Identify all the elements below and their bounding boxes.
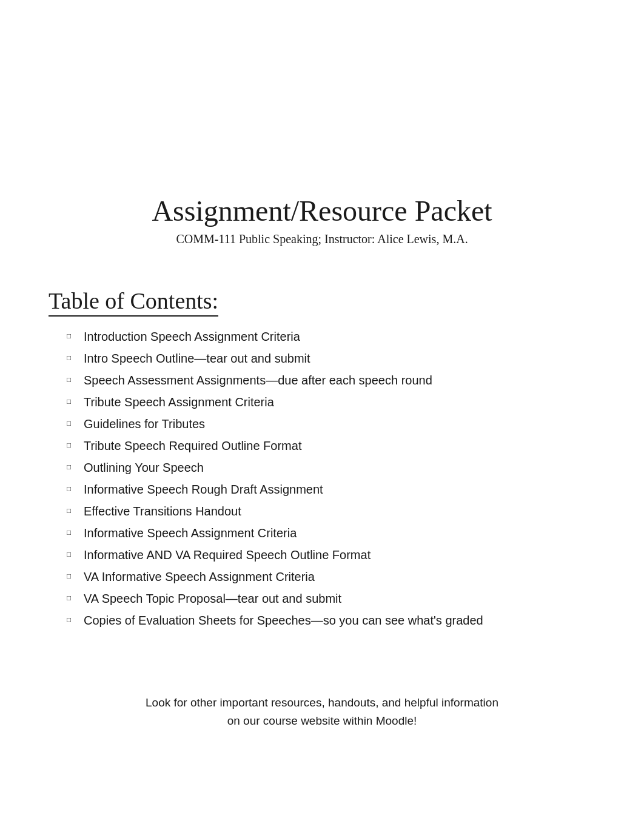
toc-item: □Copies of Evaluation Sheets for Speeche… bbox=[67, 611, 595, 629]
toc-item: □Informative Speech Assignment Criteria bbox=[67, 524, 595, 542]
toc-section: Table of Contents: □Introduction Speech … bbox=[49, 287, 595, 633]
toc-item: □Outlining Your Speech bbox=[67, 458, 595, 477]
page: Assignment/Resource Packet COMM-111 Publ… bbox=[0, 0, 644, 835]
toc-bullet-icon: □ bbox=[67, 371, 84, 385]
toc-bullet-icon: □ bbox=[67, 437, 84, 451]
toc-item-label: VA Informative Speech Assignment Criteri… bbox=[84, 568, 595, 586]
toc-item-label: Tribute Speech Assignment Criteria bbox=[84, 393, 595, 411]
toc-item-label: Informative AND VA Required Speech Outli… bbox=[84, 546, 595, 564]
main-title: Assignment/Resource Packet bbox=[49, 194, 595, 227]
toc-item-label: Introduction Speech Assignment Criteria bbox=[84, 327, 595, 346]
toc-item: □Intro Speech Outline—tear out and submi… bbox=[67, 349, 595, 367]
toc-item-label: Copies of Evaluation Sheets for Speeches… bbox=[84, 611, 595, 629]
toc-bullet-icon: □ bbox=[67, 502, 84, 516]
toc-bullet-icon: □ bbox=[67, 393, 84, 407]
toc-item-label: Tribute Speech Required Outline Format bbox=[84, 437, 595, 455]
toc-item-label: Intro Speech Outline—tear out and submit bbox=[84, 349, 595, 367]
toc-bullet-icon: □ bbox=[67, 546, 84, 560]
toc-list: □Introduction Speech Assignment Criteria… bbox=[67, 327, 595, 629]
toc-item-label: Guidelines for Tributes bbox=[84, 415, 595, 433]
title-section: Assignment/Resource Packet COMM-111 Publ… bbox=[49, 194, 595, 246]
toc-item: □Guidelines for Tributes bbox=[67, 415, 595, 433]
toc-item-label: Informative Speech Assignment Criteria bbox=[84, 524, 595, 542]
toc-item: □Informative AND VA Required Speech Outl… bbox=[67, 546, 595, 564]
toc-bullet-icon: □ bbox=[67, 524, 84, 538]
toc-bullet-icon: □ bbox=[67, 458, 84, 472]
toc-item: □Tribute Speech Assignment Criteria bbox=[67, 393, 595, 411]
top-spacer bbox=[49, 36, 595, 194]
toc-bullet-icon: □ bbox=[67, 415, 84, 429]
toc-bullet-icon: □ bbox=[67, 480, 84, 494]
toc-item: □Effective Transitions Handout bbox=[67, 502, 595, 520]
toc-item: □VA Speech Topic Proposal—tear out and s… bbox=[67, 589, 595, 608]
toc-item-label: Speech Assessment Assignments—due after … bbox=[84, 371, 595, 389]
toc-item: □Informative Speech Rough Draft Assignme… bbox=[67, 480, 595, 498]
toc-item: □Introduction Speech Assignment Criteria bbox=[67, 327, 595, 346]
toc-item-label: Outlining Your Speech bbox=[84, 458, 595, 477]
toc-item-label: Effective Transitions Handout bbox=[84, 502, 595, 520]
toc-item: □Tribute Speech Required Outline Format bbox=[67, 437, 595, 455]
toc-bullet-icon: □ bbox=[67, 568, 84, 582]
toc-bullet-icon: □ bbox=[67, 327, 84, 341]
toc-item: □Speech Assessment Assignments—due after… bbox=[67, 371, 595, 389]
toc-item-label: VA Speech Topic Proposal—tear out and su… bbox=[84, 589, 595, 608]
toc-bullet-icon: □ bbox=[67, 611, 84, 625]
toc-heading: Table of Contents: bbox=[49, 287, 218, 317]
toc-bullet-icon: □ bbox=[67, 349, 84, 363]
footer-note: Look for other important resources, hand… bbox=[49, 694, 595, 731]
toc-item: □VA Informative Speech Assignment Criter… bbox=[67, 568, 595, 586]
toc-item-label: Informative Speech Rough Draft Assignmen… bbox=[84, 480, 595, 498]
subtitle: COMM-111 Public Speaking; Instructor: Al… bbox=[49, 232, 595, 246]
toc-bullet-icon: □ bbox=[67, 589, 84, 603]
